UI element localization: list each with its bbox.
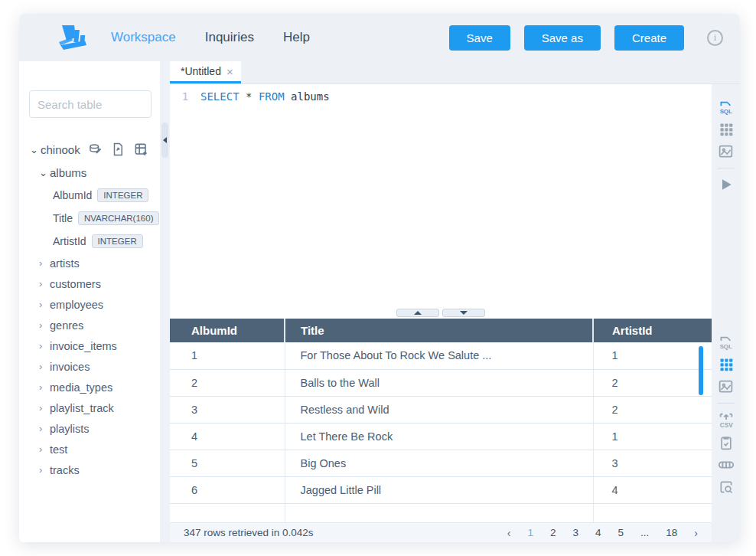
table-row[interactable]: 3Restless and Wild2: [170, 396, 712, 423]
save-button[interactable]: Save: [449, 25, 510, 51]
page-3[interactable]: 3: [572, 527, 578, 538]
table-row[interactable]: 1For Those About To Rock We Salute ...1: [170, 342, 712, 369]
column-artistid: ArtistId INTEGER: [19, 230, 160, 253]
collapse-sidebar-handle[interactable]: [161, 123, 168, 158]
chart-view-icon[interactable]: [718, 143, 734, 159]
page-2[interactable]: 2: [550, 527, 556, 538]
table-node-albums[interactable]: ⌄ albums: [19, 162, 160, 184]
clipboard-check-icon[interactable]: [719, 435, 734, 450]
nav-inquiries[interactable]: Inquiries: [205, 30, 254, 45]
page-ellipsis[interactable]: ...: [640, 527, 649, 538]
page-1[interactable]: 1: [527, 527, 533, 538]
zoom-area-icon[interactable]: [719, 479, 734, 495]
table-row[interactable]: 6Jagged Little Pill4: [170, 476, 712, 503]
database-edit-icon[interactable]: [88, 142, 102, 156]
search-table-input[interactable]: [29, 90, 152, 118]
chart-view-icon[interactable]: [718, 378, 734, 394]
table-name: genres: [50, 319, 83, 332]
table-cell: Balls to the Wall: [285, 369, 593, 396]
table-cell: 1: [593, 342, 712, 369]
table-name: customers: [50, 278, 101, 290]
file-export-icon[interactable]: [111, 142, 125, 156]
data-table-icon[interactable]: [718, 456, 735, 473]
page-next[interactable]: ›: [694, 527, 698, 539]
expand-up-button[interactable]: [396, 309, 439, 317]
sql-keyword: FROM: [259, 90, 285, 103]
table-node-invoice_items[interactable]: ›invoice_items: [19, 335, 160, 356]
column-type-badge: INTEGER: [92, 234, 143, 248]
table-name: playlists: [50, 423, 90, 435]
table-node-test[interactable]: ›test: [19, 439, 160, 460]
table-name: tracks: [50, 464, 80, 476]
chevron-right-icon: ›: [39, 443, 50, 455]
right-toolbar: SQL SQL: [712, 84, 740, 542]
table-row-partial[interactable]: [170, 503, 712, 522]
table-row[interactable]: 2Balls to the Wall2: [170, 369, 712, 396]
table-cell: For Those About To Rock We Salute ...: [285, 342, 593, 369]
table-cell: Big Ones: [285, 450, 593, 476]
export-csv-icon[interactable]: CSV: [718, 412, 735, 429]
table-node-employees[interactable]: ›employees: [19, 294, 160, 315]
sql-editor[interactable]: 1 SELECT * FROM albums: [170, 84, 712, 309]
database-name: chinook: [41, 143, 80, 156]
table-cell: 4: [593, 476, 712, 503]
table-node-playlist_track[interactable]: ›playlist_track: [19, 397, 160, 418]
table-cell: 1: [170, 342, 285, 369]
expand-down-button[interactable]: [442, 309, 485, 317]
status-bar: 347 rows retrieved in 0.042s ‹12345...18…: [170, 522, 712, 542]
table-row[interactable]: 5Big Ones3: [170, 450, 712, 476]
grid-view-icon[interactable]: [719, 357, 734, 372]
table-node-artists[interactable]: ›artists: [19, 253, 160, 273]
sql-view-icon[interactable]: SQL: [718, 335, 734, 351]
page-prev[interactable]: ‹: [507, 527, 511, 539]
table-node-playlists[interactable]: ›playlists: [19, 418, 160, 439]
grid-view-icon[interactable]: [719, 122, 734, 137]
line-number: 1: [170, 90, 200, 309]
schema-tree: ⌄ chinook ⌄: [19, 138, 160, 480]
column-header-title[interactable]: Title: [285, 319, 593, 342]
column-header-albumid[interactable]: AlbumId: [170, 319, 285, 342]
page-5[interactable]: 5: [618, 527, 624, 538]
tables-list: ›artists›customers›employees›genres›invo…: [19, 253, 160, 480]
table-cell: 3: [170, 396, 285, 423]
sidebar-resizer[interactable]: [160, 61, 170, 542]
table-row[interactable]: 4Let There Be Rock1: [170, 423, 712, 450]
chevron-right-icon: ›: [39, 381, 50, 393]
pagination: ‹12345...18›: [507, 527, 698, 539]
column-header-artistid[interactable]: ArtistId: [593, 319, 712, 342]
pane-splitter[interactable]: [170, 309, 712, 319]
run-query-icon[interactable]: [719, 177, 734, 192]
table-cell: Let There Be Rock: [285, 423, 593, 450]
table-name: employees: [50, 299, 103, 311]
column-type-badge: INTEGER: [97, 188, 148, 202]
results-scrollbar[interactable]: [699, 346, 703, 395]
app-logo-icon: [56, 22, 91, 53]
sql-text: albums: [285, 90, 330, 103]
nav-workspace[interactable]: Workspace: [111, 30, 176, 45]
table-node-genres[interactable]: ›genres: [19, 315, 160, 335]
sql-text: *: [240, 90, 259, 103]
database-node-chinook[interactable]: ⌄ chinook: [19, 138, 160, 162]
app-header: Workspace Inquiries Help Save Save as Cr…: [19, 14, 740, 61]
page-4[interactable]: 4: [595, 527, 601, 538]
table-node-tracks[interactable]: ›tracks: [19, 460, 160, 480]
table-node-media_types[interactable]: ›media_types: [19, 377, 160, 397]
table-add-icon[interactable]: [134, 142, 148, 157]
column-name: ArtistId: [53, 235, 86, 247]
chevron-right-icon: ›: [39, 464, 50, 476]
save-as-button[interactable]: Save as: [524, 25, 601, 51]
table-cell: 2: [593, 396, 712, 423]
tab-untitled[interactable]: *Untitled ×: [170, 61, 241, 83]
table-node-customers[interactable]: ›customers: [19, 273, 160, 294]
main-area: *Untitled × 1 SELECT * FROM albums: [170, 61, 740, 542]
info-icon[interactable]: i: [707, 30, 723, 46]
page-18[interactable]: 18: [666, 527, 677, 538]
sql-code-line: SELECT * FROM albums: [200, 90, 330, 309]
create-button[interactable]: Create: [614, 25, 684, 51]
sql-view-icon[interactable]: SQL: [718, 100, 734, 116]
nav-help[interactable]: Help: [283, 30, 310, 45]
app-window: Workspace Inquiries Help Save Save as Cr…: [19, 14, 740, 542]
close-tab-icon[interactable]: ×: [226, 65, 233, 78]
table-header-row: AlbumIdTitleArtistId: [170, 319, 712, 342]
table-node-invoices[interactable]: ›invoices: [19, 356, 160, 377]
